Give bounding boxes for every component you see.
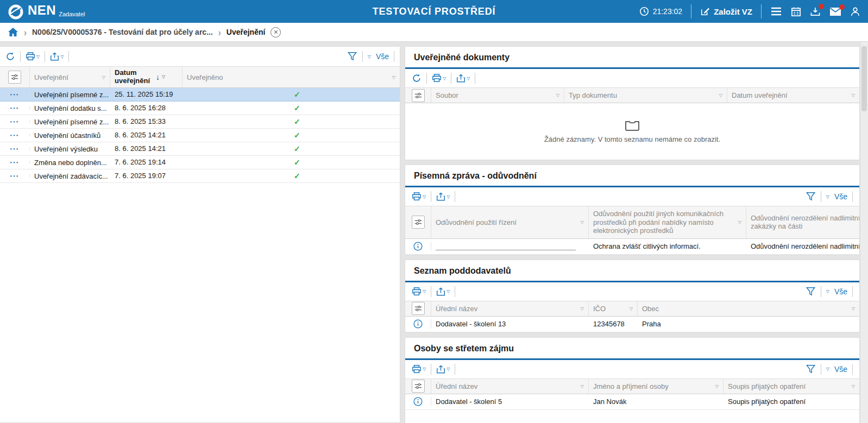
home-icon[interactable]	[8, 27, 18, 37]
column-filter-icon[interactable]: ▽	[556, 93, 559, 98]
row-menu-icon[interactable]: ●●●	[10, 161, 20, 164]
row-menu-icon[interactable]: ●●●	[10, 147, 20, 150]
report-row[interactable]: Ochrana zvlášť citlivých informací. Odův…	[405, 239, 859, 255]
publication-row[interactable]: ●●● Uveřejnění písemné z... 8. 6. 2025 1…	[0, 115, 400, 129]
publication-row[interactable]: ●●● Uveřejnění výsledku 8. 6. 2025 14:21…	[0, 142, 400, 156]
view-dropdown-icon[interactable]: ▽	[826, 289, 829, 294]
export-button[interactable]: ▽	[50, 52, 64, 61]
column-filter-icon[interactable]: ▽	[852, 306, 855, 311]
column-filter-icon[interactable]: ▽	[162, 74, 165, 79]
row-menu-icon[interactable]: ●●●	[10, 106, 20, 110]
refresh-button[interactable]	[412, 73, 422, 83]
info-icon[interactable]	[413, 397, 423, 406]
column-chooser-button[interactable]	[412, 380, 425, 393]
filter-button[interactable]	[347, 52, 357, 61]
column-header-doc-type[interactable]: Typ dokumentu ▽	[564, 88, 727, 103]
column-filter-icon[interactable]: ▽	[715, 384, 719, 389]
print-button[interactable]: ▽	[412, 364, 426, 374]
column-filter-icon[interactable]: ▽	[581, 306, 584, 311]
export-dropdown-icon[interactable]: ▽	[446, 194, 450, 199]
column-chooser-button[interactable]	[412, 302, 425, 315]
filter-button[interactable]	[806, 364, 816, 374]
breadcrumb-item-contract[interactable]: N006/25/V00005376 - Testování dat pro úč…	[32, 28, 213, 36]
export-dropdown-icon[interactable]: ▽	[446, 289, 450, 294]
column-header-measures[interactable]: Soupis přijatých opatření ▽	[724, 379, 859, 394]
print-dropdown-icon[interactable]: ▽	[443, 76, 446, 81]
column-filter-icon[interactable]: ▽	[719, 93, 722, 98]
column-filter-icon[interactable]: ▽	[852, 93, 855, 98]
column-filter-icon[interactable]: ▽	[630, 306, 633, 311]
publication-row[interactable]: ●●● Uveřejnění zadávacíc... 7. 6. 2025 1…	[0, 169, 400, 183]
column-filter-icon[interactable]: ▽	[392, 75, 395, 80]
column-header-reason-communication[interactable]: Odůvodnění použití jiných komunikačních …	[589, 206, 746, 238]
view-all-link[interactable]: Vše	[834, 192, 847, 201]
scrollbar-thumb[interactable]	[861, 46, 867, 111]
column-header-official-name[interactable]: Úřední název ▽	[431, 301, 589, 316]
export-button[interactable]: ▽	[436, 192, 450, 201]
column-chooser-button[interactable]	[8, 71, 21, 84]
export-button[interactable]: ▽	[436, 287, 450, 296]
publication-row[interactable]: ●●● Uveřejnění dodatku s... 8. 6. 2025 1…	[0, 102, 400, 115]
column-header-city[interactable]: Obec ▽	[638, 301, 859, 316]
refresh-button[interactable]	[5, 52, 15, 61]
print-button[interactable]: ▽	[432, 73, 446, 83]
column-filter-icon[interactable]: ▽	[581, 220, 584, 225]
close-tab-icon[interactable]: ✕	[271, 27, 281, 37]
view-dropdown-icon[interactable]: ▽	[826, 367, 829, 371]
row-menu-icon[interactable]: ●●●	[10, 174, 20, 178]
menu-button[interactable]	[770, 7, 782, 16]
scrollbar[interactable]	[860, 42, 868, 423]
column-header-date[interactable]: Datum uveřejnění ↓ ▽	[110, 67, 183, 87]
column-filter-icon[interactable]: ▽	[102, 75, 105, 80]
view-all-link[interactable]: Vše	[834, 365, 847, 374]
create-vz-button[interactable]: Založit VZ	[700, 7, 752, 16]
column-header-official-name[interactable]: Úřední název ▽	[431, 379, 589, 394]
view-all-link[interactable]: Vše	[834, 287, 847, 296]
export-button[interactable]: ▽	[436, 364, 450, 374]
view-all-link[interactable]: Vše	[376, 52, 389, 61]
column-header-file[interactable]: Soubor ▽	[431, 88, 564, 103]
publication-row[interactable]: ●●● Uveřejnění účastníků 8. 6. 2025 14:2…	[0, 129, 400, 142]
print-button[interactable]: ▽	[26, 52, 40, 61]
print-dropdown-icon[interactable]: ▽	[423, 289, 426, 294]
row-menu-icon[interactable]: ●●●	[10, 120, 20, 123]
filter-button[interactable]	[806, 287, 816, 296]
sort-desc-icon[interactable]: ↓	[156, 73, 160, 81]
column-header-published[interactable]: Uveřejněno ▽	[183, 67, 400, 87]
column-chooser-button[interactable]	[412, 216, 425, 229]
breadcrumb-item-current[interactable]: Uveřejnění	[227, 28, 266, 36]
column-header-person[interactable]: Jméno a příjmení osoby ▽	[589, 379, 724, 394]
export-dropdown-icon[interactable]: ▽	[60, 54, 64, 59]
publication-row[interactable]: ●●● Uveřejnění písemné z... 25. 11. 2025…	[0, 88, 400, 102]
column-filter-icon[interactable]: ▽	[738, 220, 741, 225]
view-dropdown-icon[interactable]: ▽	[368, 54, 371, 59]
column-header-publication[interactable]: Uveřejnění ▽	[30, 67, 110, 87]
info-icon[interactable]	[413, 242, 423, 251]
column-filter-icon[interactable]: ▽	[852, 384, 855, 389]
view-dropdown-icon[interactable]: ▽	[826, 194, 829, 199]
column-filter-icon[interactable]: ▽	[581, 384, 584, 389]
column-header-ico[interactable]: IČO ▽	[589, 301, 638, 316]
filter-button[interactable]	[806, 192, 816, 201]
column-chooser-button[interactable]	[412, 89, 425, 102]
print-dropdown-icon[interactable]: ▽	[36, 54, 40, 59]
print-dropdown-icon[interactable]: ▽	[423, 367, 426, 371]
export-dropdown-icon[interactable]: ▽	[446, 367, 450, 371]
column-header-pub-date[interactable]: Datum uveřejnění ▽	[727, 88, 859, 103]
row-menu-icon[interactable]: ●●●	[10, 134, 20, 137]
profile-button[interactable]	[850, 7, 860, 17]
downloads-button[interactable]	[810, 7, 821, 17]
print-button[interactable]: ▽	[412, 192, 426, 201]
messages-button[interactable]	[829, 7, 841, 16]
print-button[interactable]: ▽	[412, 287, 426, 296]
publication-row[interactable]: ●●● Změna nebo doplněn... 7. 6. 2025 19:…	[0, 156, 400, 169]
export-button[interactable]: ▽	[456, 73, 470, 83]
column-header-reason-division[interactable]: Odůvodnění nerozdělení nadlimitní veřejn…	[746, 206, 859, 238]
column-header-reason-procedure[interactable]: Odůvodnění použití řízení ▽	[431, 206, 589, 238]
row-menu-icon[interactable]: ●●●	[10, 93, 20, 96]
app-logo[interactable]: NEN Zadavatel	[8, 3, 85, 20]
export-dropdown-icon[interactable]: ▽	[467, 76, 470, 81]
subcontractor-row[interactable]: Dodavatel - školení 13 12345678 Praha	[405, 317, 859, 332]
print-dropdown-icon[interactable]: ▽	[423, 194, 426, 199]
conflict-person-row[interactable]: Dodavatel - školení 5 Jan Novák Soupis p…	[405, 394, 859, 410]
